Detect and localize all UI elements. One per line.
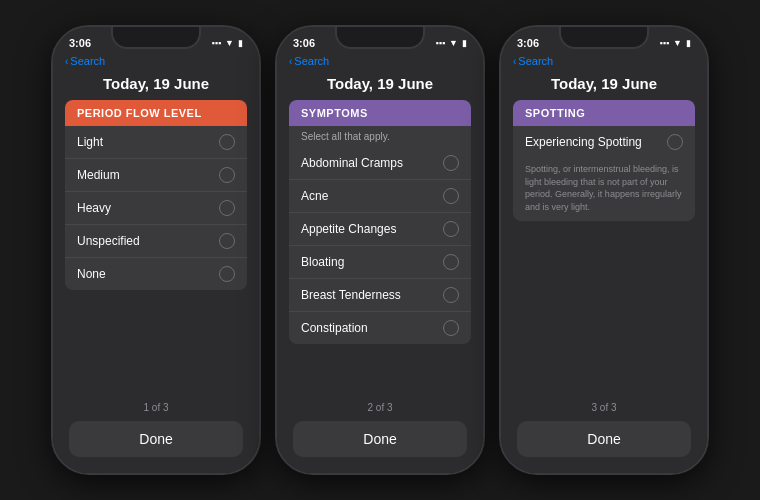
chevron-left-icon-2: ‹ [289,56,292,67]
radio-button[interactable] [443,287,459,303]
item-label: Breast Tenderness [301,288,401,302]
back-label-3: Search [518,55,553,67]
time-1: 3:06 [69,37,91,49]
radio-button[interactable] [443,155,459,171]
screen-3: 3:06 ▪▪▪ ▼ ▮ ‹ Search Today, 19 June SPO… [501,27,707,473]
items-list-1: Light Medium Heavy Unspecified None [65,126,247,290]
status-icons-1: ▪▪▪ ▼ ▮ [212,38,244,48]
radio-button[interactable] [219,167,235,183]
item-label: Acne [301,189,328,203]
power-btn-2 [483,127,485,177]
back-button-3[interactable]: ‹ Search [513,55,553,67]
power-btn-3 [707,127,709,177]
spotting-item-label: Experiencing Spotting [525,135,642,149]
phone-1: 3:06 ▪▪▪ ▼ ▮ ‹ Search Today, 19 June PER… [51,25,261,475]
list-item[interactable]: None [65,258,247,290]
screen-1: 3:06 ▪▪▪ ▼ ▮ ‹ Search Today, 19 June PER… [53,27,259,473]
section-header-3: SPOTTING [513,100,695,126]
signal-icon: ▪▪▪ [212,38,222,48]
battery-icon: ▮ [238,38,243,48]
radio-button[interactable] [443,320,459,336]
radio-button[interactable] [219,134,235,150]
list-item[interactable]: Abdominal Cramps [289,147,471,180]
radio-button[interactable] [443,254,459,270]
notch-1 [111,27,201,49]
spotting-item[interactable]: Experiencing Spotting [513,126,695,158]
back-button-2[interactable]: ‹ Search [289,55,329,67]
list-item[interactable]: Light [65,126,247,159]
wifi-icon: ▼ [225,38,234,48]
status-icons-3: ▪▪▪ ▼ ▮ [660,38,692,48]
power-btn [259,127,261,177]
list-item[interactable]: Bloating [289,246,471,279]
date-header-3: Today, 19 June [501,71,707,100]
status-icons-2: ▪▪▪ ▼ ▮ [436,38,468,48]
item-label: Medium [77,168,120,182]
done-button-1[interactable]: Done [69,421,243,457]
back-label-1: Search [70,55,105,67]
signal-icon-2: ▪▪▪ [436,38,446,48]
wifi-icon-3: ▼ [673,38,682,48]
time-3: 3:06 [517,37,539,49]
notch-2 [335,27,425,49]
list-item[interactable]: Constipation [289,312,471,344]
item-label: Appetite Changes [301,222,396,236]
item-label: Unspecified [77,234,140,248]
nav-bar-1: ‹ Search [53,53,259,71]
page-indicator-1: 1 of 3 [53,290,259,417]
spotting-description: Spotting, or intermenstrual bleeding, is… [513,158,695,221]
chevron-left-icon: ‹ [65,56,68,67]
chevron-left-icon-3: ‹ [513,56,516,67]
item-label: Light [77,135,103,149]
item-label: Constipation [301,321,368,335]
item-label: Abdominal Cramps [301,156,403,170]
battery-icon-2: ▮ [462,38,467,48]
section-subtitle-2: Select all that apply. [289,126,471,147]
list-item[interactable]: Appetite Changes [289,213,471,246]
radio-button[interactable] [443,221,459,237]
spotting-item-container: Experiencing Spotting [513,126,695,158]
items-list-2: Abdominal Cramps Acne Appetite Changes B… [289,147,471,344]
section-header-1: PERIOD FLOW LEVEL [65,100,247,126]
battery-icon-3: ▮ [686,38,691,48]
notch-3 [559,27,649,49]
item-label: Bloating [301,255,344,269]
date-header-2: Today, 19 June [277,71,483,100]
nav-bar-2: ‹ Search [277,53,483,71]
radio-button-spotting[interactable] [667,134,683,150]
back-label-2: Search [294,55,329,67]
page-indicator-3: 3 of 3 [501,221,707,417]
phones-container: 3:06 ▪▪▪ ▼ ▮ ‹ Search Today, 19 June PER… [51,25,709,475]
list-item[interactable]: Breast Tenderness [289,279,471,312]
phone-3: 3:06 ▪▪▪ ▼ ▮ ‹ Search Today, 19 June SPO… [499,25,709,475]
item-label: Heavy [77,201,111,215]
list-item[interactable]: Unspecified [65,225,247,258]
signal-icon-3: ▪▪▪ [660,38,670,48]
time-2: 3:06 [293,37,315,49]
radio-button[interactable] [219,266,235,282]
list-item[interactable]: Medium [65,159,247,192]
screen-2: 3:06 ▪▪▪ ▼ ▮ ‹ Search Today, 19 June SYM… [277,27,483,473]
radio-button[interactable] [219,200,235,216]
nav-bar-3: ‹ Search [501,53,707,71]
page-indicator-2: 2 of 3 [277,344,483,417]
date-header-1: Today, 19 June [53,71,259,100]
radio-button[interactable] [443,188,459,204]
done-button-3[interactable]: Done [517,421,691,457]
back-button-1[interactable]: ‹ Search [65,55,105,67]
item-label: None [77,267,106,281]
done-button-2[interactable]: Done [293,421,467,457]
list-item[interactable]: Acne [289,180,471,213]
list-item[interactable]: Heavy [65,192,247,225]
radio-button[interactable] [219,233,235,249]
wifi-icon-2: ▼ [449,38,458,48]
section-header-2: SYMPTOMS [289,100,471,126]
phone-2: 3:06 ▪▪▪ ▼ ▮ ‹ Search Today, 19 June SYM… [275,25,485,475]
